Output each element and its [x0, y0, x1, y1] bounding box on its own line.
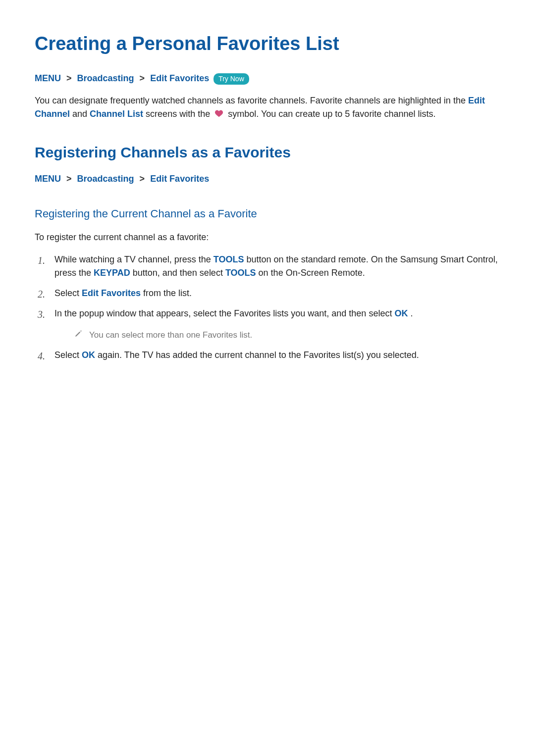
step-3: In the popup window that appears, select…	[35, 307, 500, 342]
page-title: Creating a Personal Favorites List	[35, 30, 500, 58]
chevron-right-icon: >	[140, 174, 145, 184]
chevron-right-icon: >	[140, 73, 145, 83]
breadcrumb-broadcasting: Broadcasting	[77, 73, 134, 83]
tools-label: TOOLS	[214, 254, 244, 264]
edit-favorites-label: Edit Favorites	[82, 288, 141, 298]
step-4: Select OK again. The TV has added the cu…	[35, 349, 500, 362]
breadcrumb-broadcasting: Broadcasting	[77, 174, 134, 184]
step-2: Select Edit Favorites from the list.	[35, 287, 500, 300]
breadcrumb-2: MENU > Broadcasting > Edit Favorites	[35, 172, 500, 186]
breadcrumb-menu: MENU	[35, 73, 61, 83]
breadcrumb-menu: MENU	[35, 174, 61, 184]
chevron-right-icon: >	[66, 73, 72, 83]
section-title: Registering Channels as a Favorites	[35, 141, 500, 163]
chevron-right-icon: >	[66, 174, 72, 184]
intro-paragraph: You can designate frequently watched cha…	[35, 94, 500, 121]
channel-list-link: Channel List	[90, 109, 143, 119]
ok-label: OK	[82, 350, 95, 360]
subsection-title: Registering the Current Channel as a Fav…	[35, 205, 500, 222]
lead-text: To register the current channel as a fav…	[35, 231, 500, 244]
heart-icon	[214, 108, 223, 121]
pencil-icon	[74, 328, 82, 342]
note-text: You can select more than one Favorites l…	[89, 329, 252, 342]
tools-label: TOOLS	[225, 268, 256, 278]
breadcrumb-edit-favorites: Edit Favorites	[150, 73, 209, 83]
ok-label: OK	[394, 308, 408, 318]
breadcrumb-1: MENU > Broadcasting > Edit Favorites Try…	[35, 72, 500, 85]
breadcrumb-edit-favorites: Edit Favorites	[150, 174, 209, 184]
try-now-badge[interactable]: Try Now	[214, 73, 249, 85]
keypad-label: KEYPAD	[94, 268, 130, 278]
step-1: While watching a TV channel, press the T…	[35, 253, 500, 280]
steps-list: While watching a TV channel, press the T…	[35, 253, 500, 362]
note-row: You can select more than one Favorites l…	[74, 328, 500, 342]
